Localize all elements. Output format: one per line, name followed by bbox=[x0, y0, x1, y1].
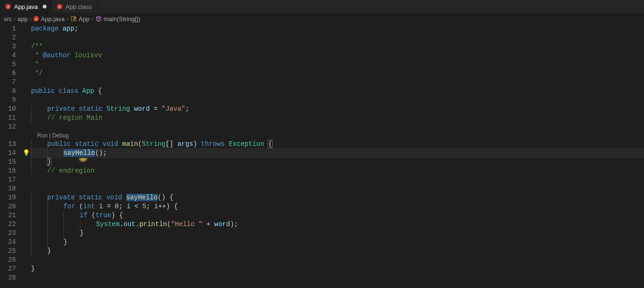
line-number: 22 bbox=[0, 220, 16, 229]
class-icon bbox=[70, 15, 77, 22]
code-line[interactable] bbox=[31, 273, 644, 282]
line-number: 24 bbox=[0, 238, 16, 247]
codelens-debug[interactable]: Debug bbox=[52, 132, 69, 139]
code-line[interactable]: private static void sayHello() { bbox=[31, 193, 644, 202]
code-line[interactable] bbox=[31, 33, 644, 42]
code-line[interactable]: System.out.println("Hello " + word); bbox=[31, 220, 644, 229]
tab-label: App.java bbox=[14, 3, 38, 10]
line-number: 15 bbox=[0, 158, 16, 167]
tab-label: App.class bbox=[66, 3, 92, 10]
chevron-right-icon: › bbox=[30, 15, 31, 22]
code-editor[interactable]: 1234567891011121314151617181920212223242… bbox=[0, 24, 644, 282]
line-number: 14 bbox=[0, 149, 16, 158]
codelens[interactable]: Run | Debug bbox=[31, 131, 644, 140]
breadcrumb-app[interactable]: app bbox=[17, 15, 28, 23]
breadcrumb-src[interactable]: src bbox=[4, 15, 12, 23]
chevron-right-icon: › bbox=[14, 15, 15, 22]
code-line[interactable]: } bbox=[31, 238, 644, 247]
codelens-run[interactable]: Run bbox=[37, 132, 47, 139]
code-line[interactable] bbox=[31, 184, 644, 193]
line-number: 11 bbox=[0, 114, 16, 122]
line-number: 26 bbox=[0, 256, 16, 265]
code-line[interactable]: package app; bbox=[31, 24, 644, 33]
code-line[interactable]: if (true) { bbox=[31, 211, 644, 220]
line-number: 5 bbox=[0, 60, 16, 69]
glyph-margin: 💡 bbox=[24, 24, 31, 282]
java-icon: J bbox=[56, 3, 63, 10]
code-line[interactable]: /** bbox=[31, 42, 644, 51]
line-number: 9 bbox=[0, 96, 16, 105]
tab-app-class[interactable]: J App.class bbox=[52, 0, 97, 13]
code-line[interactable]: */ bbox=[31, 69, 644, 78]
code-line[interactable]: * @author louisvv bbox=[31, 51, 644, 60]
breadcrumb-class[interactable]: App bbox=[70, 15, 90, 23]
code-line[interactable] bbox=[31, 122, 644, 131]
code-line[interactable] bbox=[31, 175, 644, 184]
java-icon: J bbox=[5, 3, 11, 10]
chevron-right-icon: › bbox=[67, 15, 69, 22]
line-number: 4 bbox=[0, 51, 16, 60]
lightbulb-icon[interactable]: 💡 bbox=[23, 149, 30, 158]
line-number: 7 bbox=[0, 78, 16, 87]
java-icon: J bbox=[33, 16, 39, 22]
chevron-right-icon: › bbox=[92, 15, 93, 22]
line-number: 28 bbox=[0, 273, 16, 282]
code-line[interactable]: // region Main bbox=[31, 114, 644, 122]
line-number: 18 bbox=[0, 184, 16, 193]
line-number: 25 bbox=[0, 247, 16, 256]
line-number: 19 bbox=[0, 193, 16, 202]
tab-app-java[interactable]: J App.java bbox=[0, 0, 52, 13]
code-line[interactable] bbox=[31, 96, 644, 105]
code-content[interactable]: package app;/** * @author louisvv * */pu… bbox=[31, 24, 644, 282]
breadcrumb[interactable]: src › app › J App.java › App › main(Stri… bbox=[0, 13, 644, 24]
code-line[interactable]: } bbox=[31, 247, 644, 256]
editor-tabs: J App.java J App.class bbox=[0, 0, 644, 13]
line-number: 20 bbox=[0, 202, 16, 211]
code-line[interactable]: public class App { bbox=[31, 87, 644, 96]
code-line[interactable] bbox=[31, 256, 644, 265]
line-number: 3 bbox=[0, 42, 16, 51]
code-line[interactable]: } bbox=[31, 229, 644, 238]
code-line[interactable]: sayHello(); bbox=[31, 149, 644, 158]
code-line[interactable]: } bbox=[31, 158, 644, 167]
line-number: 13 bbox=[0, 140, 16, 149]
code-line[interactable]: * bbox=[31, 60, 644, 69]
line-number: 10 bbox=[0, 105, 16, 114]
dirty-indicator-icon bbox=[43, 5, 46, 8]
line-number: 23 bbox=[0, 229, 16, 238]
line-number: 2 bbox=[0, 33, 16, 42]
code-line[interactable] bbox=[31, 78, 644, 87]
line-number: 21 bbox=[0, 211, 16, 220]
code-line[interactable]: private static String word = "Java"; bbox=[31, 105, 644, 114]
code-line[interactable]: for (int i = 0; i < 5; i++) { bbox=[31, 202, 644, 211]
line-number-gutter: 1234567891011121314151617181920212223242… bbox=[0, 24, 24, 282]
line-number: 12 bbox=[0, 122, 16, 131]
code-line[interactable]: } bbox=[31, 265, 644, 273]
breadcrumb-method[interactable]: main(String[]) bbox=[95, 15, 140, 23]
breadcrumb-file[interactable]: J App.java bbox=[33, 15, 65, 23]
line-number: 1 bbox=[0, 24, 16, 33]
line-number: 8 bbox=[0, 87, 16, 96]
line-number: 6 bbox=[0, 69, 16, 78]
line-number: 17 bbox=[0, 175, 16, 184]
line-number: 27 bbox=[0, 265, 16, 273]
code-line[interactable]: // endregion bbox=[31, 167, 644, 175]
code-line[interactable]: public static void main(String[] args) t… bbox=[31, 140, 644, 149]
method-icon bbox=[95, 15, 102, 22]
line-number: 16 bbox=[0, 167, 16, 175]
